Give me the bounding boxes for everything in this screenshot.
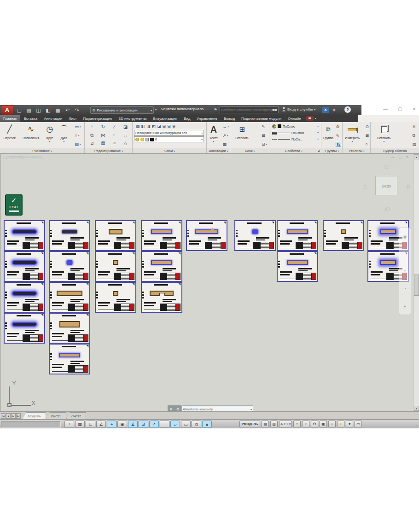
- block-edit-button[interactable]: ✎: [262, 124, 267, 129]
- layer-on-icon[interactable]: ⊞: [163, 123, 166, 129]
- layout-icon[interactable]: ▥: [270, 421, 278, 427]
- first-layout-icon[interactable]: |◀: [1, 413, 6, 419]
- binoculars-icon[interactable]: [272, 108, 277, 112]
- layer-state-dropdown[interactable]: Несохраненная конфигурация сло▾: [134, 130, 204, 136]
- layer-off-icon[interactable]: ◧: [141, 123, 145, 129]
- drawing-frame-r2c3[interactable]: ◥: [95, 251, 136, 282]
- toggle-selection-cycling[interactable]: ⧉: [192, 421, 201, 428]
- scroll-up-icon[interactable]: ▲: [414, 154, 419, 159]
- lumber-piece[interactable]: [62, 229, 77, 234]
- layer-properties-icon[interactable]: ▦: [136, 123, 140, 129]
- paste-special-button[interactable]: ▤: [412, 141, 416, 147]
- lumber-piece[interactable]: [12, 260, 37, 265]
- model-space-icon[interactable]: ▤: [262, 421, 269, 427]
- group-button[interactable]: ⧉ Группа: [323, 123, 334, 148]
- vertical-scrollbar[interactable]: ▲ ▼: [413, 154, 419, 411]
- fillet-icon[interactable]: ◜: [110, 132, 119, 140]
- lumber-piece[interactable]: [151, 260, 172, 265]
- lumber-piece[interactable]: [12, 291, 37, 296]
- save-as-icon[interactable]: ◧: [45, 106, 52, 114]
- erase-icon[interactable]: ◪: [121, 123, 130, 131]
- tab-Главная[interactable]: Главная: [0, 115, 20, 122]
- drawing-frame-r2c4[interactable]: ◥: [141, 251, 182, 282]
- group-edit-button[interactable]: ✎: [336, 133, 341, 139]
- layout-tab-Лист1[interactable]: Лист1: [46, 412, 66, 419]
- sign-in-control[interactable]: Вход в службы ▾: [282, 107, 315, 111]
- line-button[interactable]: ╱ Отрезок: [4, 123, 16, 148]
- circle-button[interactable]: ◷ Круг ▾: [46, 123, 53, 148]
- layer-thaw-icon[interactable]: ⊟: [167, 123, 171, 129]
- toggle-dynamic-ucs[interactable]: ⊿: [139, 421, 148, 428]
- text-button[interactable]: А Текст ▾: [208, 123, 219, 148]
- toggle-dynamic-input[interactable]: ↗: [149, 421, 159, 428]
- layout-tab-Лист2[interactable]: Лист2: [66, 412, 87, 419]
- stretch-icon[interactable]: ↔: [121, 132, 130, 140]
- lumber-piece[interactable]: [380, 229, 396, 234]
- status-menu-arrow-icon[interactable]: ▾: [346, 421, 353, 427]
- table-button[interactable]: ▦: [222, 141, 229, 147]
- command-input[interactable]: [184, 407, 250, 411]
- id-point-button[interactable]: ⊙: [365, 124, 369, 129]
- drawing-frame-r3c1[interactable]: ◥: [4, 282, 45, 313]
- viewcube-north[interactable]: С: [384, 164, 389, 170]
- toggle-object-snap-tracking[interactable]: ∡: [128, 421, 138, 428]
- lumber-piece[interactable]: [150, 291, 174, 296]
- group-selection-toggle[interactable]: Ву: [336, 142, 341, 147]
- lineweight-dropdown[interactable]: ПоСлою ▾: [271, 129, 320, 136]
- isolate-objects-icon[interactable]: ●: [328, 421, 336, 427]
- drawing-frame-r3c3[interactable]: ◥: [95, 282, 136, 313]
- panel-label-draw[interactable]: Рисование ▾: [0, 148, 84, 153]
- workspace-dropdown[interactable]: ⚙ Рисование и аннотации ▾: [90, 106, 154, 114]
- toolbar-lock-icon[interactable]: ▣: [320, 421, 327, 427]
- trim-icon[interactable]: ∕: [110, 123, 119, 131]
- insert-block-button[interactable]: ⊞ Вставить: [233, 123, 252, 148]
- toggle-transparency[interactable]: ▱: [170, 421, 180, 428]
- ellipse-button[interactable]: ○▾: [75, 133, 81, 138]
- workspace-extra-arrow-icon[interactable]: ▾: [155, 108, 157, 111]
- layer-freeze-icon[interactable]: ◩: [152, 123, 156, 129]
- toggle-ortho-mode[interactable]: ∟: [86, 421, 95, 428]
- prev-layout-icon[interactable]: ◀: [6, 413, 11, 419]
- tab-Параметризация[interactable]: Параметризация: [80, 115, 116, 122]
- tab-Вид[interactable]: Вид: [180, 115, 193, 122]
- command-customize-wrench-icon[interactable]: ⚙: [176, 407, 180, 411]
- drawing-frame-r1c8[interactable]: ◥: [323, 220, 364, 251]
- annotation-visibility-icon[interactable]: ✦: [293, 421, 301, 427]
- clean-screen-icon[interactable]: ▭: [355, 421, 362, 427]
- write-block-button[interactable]: ⊟: [262, 133, 267, 138]
- communication-center-icon[interactable]: ◈: [332, 107, 336, 112]
- viewport-controls-label[interactable]: [-][Верхний][2D каркас]: [3, 155, 42, 159]
- panel-label-block[interactable]: Блок ▾: [231, 148, 269, 153]
- polyline-button[interactable]: ∿ Полилиния: [23, 123, 39, 148]
- panel-label-modify[interactable]: Редактирование ▾: [85, 148, 132, 153]
- command-input-field[interactable]: › ▾: [181, 405, 253, 411]
- lumber-piece[interactable]: [59, 353, 80, 357]
- toggle-lineweight-display[interactable]: ═: [160, 421, 169, 428]
- zoom-icon[interactable]: ○: [403, 269, 406, 274]
- command-line[interactable]: ✕ ⚙ › ▾: [168, 405, 253, 411]
- drawing-frame-r3c4[interactable]: ◥: [141, 282, 182, 313]
- last-layout-icon[interactable]: ▶|: [16, 413, 21, 419]
- cut-button[interactable]: ✕: [412, 124, 416, 129]
- drawing-frame-r1c3[interactable]: ◥: [95, 220, 136, 251]
- lumber-piece[interactable]: [12, 322, 37, 327]
- viewcube-south[interactable]: Ю: [384, 206, 390, 213]
- orbit-icon[interactable]: ◔: [403, 286, 406, 291]
- point-button[interactable]: ○: [365, 141, 369, 147]
- panel-label-layers[interactable]: Слои ▾: [133, 148, 206, 153]
- command-history-arrow-icon[interactable]: ▾: [250, 408, 252, 411]
- tab-Аннотации[interactable]: Аннотации: [41, 115, 65, 122]
- quick-calc-button[interactable]: ⊞: [365, 133, 369, 138]
- hatch-button[interactable]: ▨▾: [75, 141, 81, 147]
- maximize-button[interactable]: ▢: [398, 106, 402, 111]
- lumber-piece[interactable]: [287, 260, 308, 265]
- redo-icon[interactable]: ↷: [74, 106, 81, 114]
- drawing-minimize-button[interactable]: —: [391, 155, 395, 159]
- drawing-frame-r5c2[interactable]: ◥: [49, 344, 90, 374]
- viewcube-top-face[interactable]: Верх: [375, 176, 397, 195]
- save-file-icon[interactable]: ◫: [35, 106, 42, 114]
- copy-button[interactable]: ⧉: [412, 133, 416, 138]
- tab-3D инструменты[interactable]: 3D инструменты: [115, 115, 150, 122]
- toggle-polar-tracking[interactable]: ∠: [96, 421, 106, 428]
- toggle-quick-properties[interactable]: ▭: [181, 421, 191, 428]
